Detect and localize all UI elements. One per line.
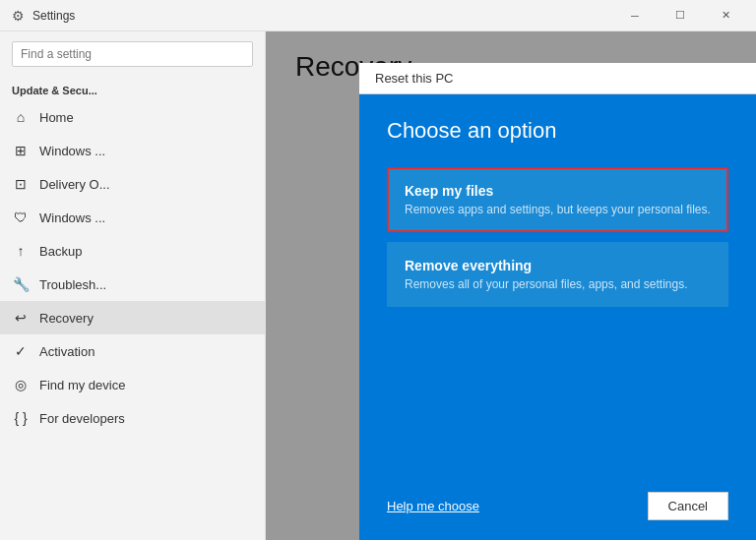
sidebar-item-backup[interactable]: ↑ Backup xyxy=(0,234,265,268)
dialog-footer: Help me choose Cancel xyxy=(359,480,756,540)
option-keep-files[interactable]: Keep my files Removes apps and settings,… xyxy=(387,167,728,232)
sidebar-item-find-my-device-label: Find my device xyxy=(39,378,125,392)
sidebar-item-home-label: Home xyxy=(39,110,74,125)
sidebar-section-label: Update & Secu... xyxy=(0,77,265,100)
sidebar-item-backup-label: Backup xyxy=(39,244,82,259)
sidebar-item-troubleshoot[interactable]: 🔧 Troublesh... xyxy=(0,268,265,301)
delivery-icon: ⊡ xyxy=(12,175,30,193)
sidebar-item-troubleshoot-label: Troublesh... xyxy=(39,277,106,292)
recovery-icon: ↩ xyxy=(12,309,30,327)
title-bar-title: Settings xyxy=(32,9,75,23)
activation-icon: ✓ xyxy=(12,342,30,360)
app-body: Update & Secu... ⌂ Home ⊞ Windows ... ⊡ … xyxy=(0,31,756,540)
minimize-button[interactable]: ─ xyxy=(612,0,658,31)
dialog-titlebar: Reset this PC xyxy=(359,63,756,94)
sidebar-item-developers[interactable]: { } For developers xyxy=(0,401,265,435)
windows-update-icon: ⊞ xyxy=(12,142,30,159)
settings-icon: ⚙ xyxy=(12,8,25,24)
sidebar-item-windows-update[interactable]: ⊞ Windows ... xyxy=(0,134,265,167)
sidebar-item-windows-security-label: Windows ... xyxy=(39,210,105,225)
search-input[interactable] xyxy=(12,41,253,67)
maximize-button[interactable]: ☐ xyxy=(658,0,703,31)
title-bar: ⚙ Settings ─ ☐ ✕ xyxy=(0,0,756,31)
reset-pc-dialog: Reset this PC Choose an option Keep my f… xyxy=(359,63,756,540)
option-remove-everything-desc: Removes all of your personal files, apps… xyxy=(405,277,711,291)
close-button[interactable]: ✕ xyxy=(703,0,748,31)
cancel-button[interactable]: Cancel xyxy=(648,492,728,520)
developers-icon: { } xyxy=(12,409,30,427)
sidebar-item-activation[interactable]: ✓ Activation xyxy=(0,334,265,368)
title-bar-left: ⚙ Settings xyxy=(12,8,75,24)
sidebar-item-delivery[interactable]: ⊡ Delivery O... xyxy=(0,167,265,201)
option-remove-everything-title: Remove everything xyxy=(405,258,711,273)
home-icon: ⌂ xyxy=(12,108,30,126)
option-keep-files-title: Keep my files xyxy=(405,183,711,199)
backup-icon: ↑ xyxy=(12,242,30,260)
dialog-body: Choose an option Keep my files Removes a… xyxy=(359,94,756,480)
sidebar-item-developers-label: For developers xyxy=(39,411,125,426)
sidebar-item-delivery-label: Delivery O... xyxy=(39,177,110,192)
find-device-icon: ◎ xyxy=(12,376,30,393)
sidebar-item-home[interactable]: ⌂ Home xyxy=(0,100,265,134)
title-bar-controls: ─ ☐ ✕ xyxy=(612,0,748,31)
sidebar: Update & Secu... ⌂ Home ⊞ Windows ... ⊡ … xyxy=(0,31,266,540)
dialog-heading: Choose an option xyxy=(387,118,728,144)
troubleshoot-icon: 🔧 xyxy=(12,275,30,293)
sidebar-item-recovery-label: Recovery xyxy=(39,311,94,326)
sidebar-item-activation-label: Activation xyxy=(39,344,94,359)
option-keep-files-desc: Removes apps and settings, but keeps you… xyxy=(405,203,711,216)
content-area: Recovery Reset this PC Choose an option … xyxy=(266,31,756,540)
sidebar-item-recovery[interactable]: ↩ Recovery xyxy=(0,301,265,334)
sidebar-item-windows-security[interactable]: 🛡 Windows ... xyxy=(0,201,265,234)
sidebar-item-find-my-device[interactable]: ◎ Find my device xyxy=(0,368,265,401)
sidebar-item-windows-update-label: Windows ... xyxy=(39,144,105,158)
security-icon: 🛡 xyxy=(12,209,30,226)
help-link[interactable]: Help me choose xyxy=(387,499,479,513)
option-remove-everything[interactable]: Remove everything Removes all of your pe… xyxy=(387,242,728,307)
